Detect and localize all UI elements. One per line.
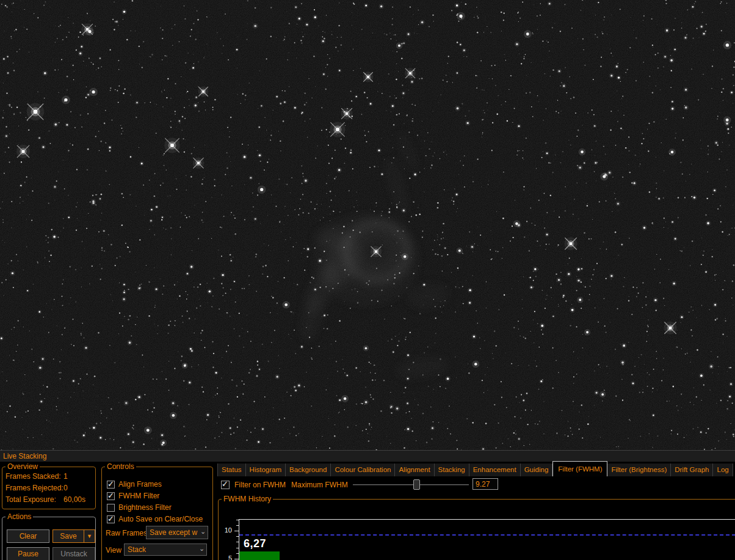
tab-drift-graph[interactable]: Drift Graph <box>671 464 713 476</box>
raw-frames-dropdown[interactable]: Save except w <box>146 526 208 539</box>
pause-button[interactable]: Pause <box>7 547 49 560</box>
tab-background[interactable]: Background <box>286 464 331 476</box>
tab-colour-calibration[interactable]: Colour Calibration <box>331 464 395 476</box>
chevron-down-icon <box>197 546 206 554</box>
panel-title: Live Stacking <box>3 452 46 460</box>
fwhm-history-chart: 1056,27 <box>239 519 735 560</box>
raw-frames-label: Raw Frames <box>106 529 147 537</box>
unstack-button-disabled: Unstack <box>52 547 95 560</box>
fwhm-bar-value-label: 6,27 <box>244 537 266 550</box>
fwhm-threshold-line <box>239 534 735 536</box>
tab-filter-brightness[interactable]: Filter (Brightness) <box>607 464 671 476</box>
tab-log[interactable]: Log <box>713 464 733 476</box>
actions-group-title: Actions <box>5 512 33 521</box>
tab-enhancement[interactable]: Enhancement <box>469 464 521 476</box>
panel-title-bar: Live Stacking <box>0 450 735 462</box>
fwhm-history-group-title: FWHM History <box>222 495 273 503</box>
tab-stacking[interactable]: Stacking <box>435 464 469 476</box>
y-axis-tick <box>236 542 239 542</box>
fwhm-history-group: FWHM History 1056,27 <box>218 495 735 560</box>
chart-top-border <box>239 519 735 520</box>
tab-strip: Status Histogram Background Colour Calib… <box>217 462 733 476</box>
y-axis-tick-label: 10 <box>220 526 232 534</box>
tab-filter-fwhm[interactable]: Filter (FWHM) <box>552 461 607 476</box>
starfield-image <box>0 0 735 450</box>
fwhm-filter-row[interactable]: FWHM Filter <box>107 491 159 501</box>
sky-svg <box>0 0 735 450</box>
tab-status[interactable]: Status <box>217 464 246 476</box>
tab-alignment[interactable]: Alignment <box>395 464 434 476</box>
tab-guiding[interactable]: Guiding <box>521 464 553 476</box>
slider-thumb[interactable] <box>413 479 420 490</box>
view-dropdown[interactable]: Stack <box>124 544 207 556</box>
save-split-button[interactable]: Save <box>52 529 95 543</box>
save-dropdown-arrow-icon[interactable] <box>84 530 95 542</box>
fwhm-filter-checkbox[interactable] <box>107 492 115 500</box>
actions-group: Actions Clear Save Pause Unstack <box>2 512 96 560</box>
brightness-filter-label: Brightness Filter <box>118 503 172 512</box>
live-stacking-window: Live Stacking Overview Frames Stacked: 1… <box>0 0 735 560</box>
y-axis-tick <box>234 531 239 531</box>
brightness-filter-checkbox[interactable] <box>107 504 115 512</box>
y-axis-tick <box>234 559 239 559</box>
filter-on-fwhm-checkbox[interactable] <box>221 481 230 489</box>
y-axis-tick <box>236 553 239 554</box>
chevron-down-icon <box>198 529 208 537</box>
fwhm-filter-controls-row: Filter on FWHM Maximum FWHM <box>0 479 735 492</box>
maximum-fwhm-value-input[interactable] <box>472 478 498 490</box>
y-axis-tick <box>236 525 239 526</box>
total-exposure-value: 60,00s <box>63 495 85 504</box>
view-value: Stack <box>128 545 197 554</box>
fwhm-bar <box>239 551 280 560</box>
auto-save-row[interactable]: Auto Save on Clear/Close <box>107 514 203 524</box>
clear-button[interactable]: Clear <box>7 529 49 543</box>
total-exposure-row: Total Exposure: 60,00s <box>2 494 95 506</box>
y-axis-tick <box>236 520 239 520</box>
auto-save-checkbox[interactable] <box>107 515 115 523</box>
maximum-fwhm-label: Maximum FWHM <box>291 481 348 489</box>
raw-frames-value: Save except w <box>150 528 198 537</box>
y-axis-tick-label: 5 <box>220 555 232 560</box>
total-exposure-label: Total Exposure: <box>5 495 63 504</box>
controls-group: Controls Align Frames FWHM Filter Bright… <box>101 462 213 560</box>
filter-on-fwhm-label: Filter on FWHM <box>234 481 286 489</box>
tab-histogram[interactable]: Histogram <box>246 464 286 476</box>
overview-group-title: Overview <box>5 462 40 471</box>
auto-save-label: Auto Save on Clear/Close <box>118 515 203 523</box>
save-button[interactable]: Save <box>53 530 84 542</box>
slider-track[interactable] <box>353 484 469 485</box>
brightness-filter-row[interactable]: Brightness Filter <box>107 503 172 512</box>
maximum-fwhm-slider[interactable] <box>353 479 469 491</box>
controls-group-title: Controls <box>105 462 136 471</box>
y-axis-tick <box>236 548 239 548</box>
fwhm-filter-label: FWHM Filter <box>118 492 159 500</box>
view-label: View <box>106 546 121 555</box>
live-stacking-panel: Overview Frames Stacked: 1 Frames Reject… <box>0 462 735 560</box>
y-axis-tick <box>236 536 239 537</box>
